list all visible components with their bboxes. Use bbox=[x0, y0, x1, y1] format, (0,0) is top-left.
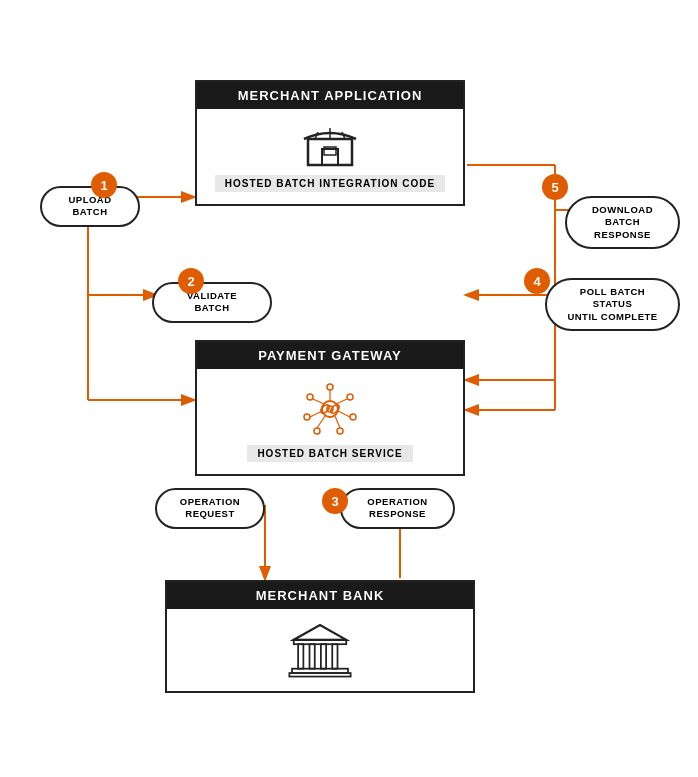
payment-gateway-content: HOSTED BATCH SERVICE bbox=[197, 369, 463, 474]
merchant-bank-title: MERCHANT BANK bbox=[167, 582, 473, 609]
svg-point-23 bbox=[327, 384, 333, 390]
gateway-icon bbox=[295, 379, 365, 439]
merchant-bank-box: MERCHANT BANK bbox=[165, 580, 475, 693]
merchant-app-title: MERCHANT APPLICATION bbox=[197, 82, 463, 109]
step-1-circle: 1 bbox=[91, 172, 117, 198]
svg-point-37 bbox=[319, 403, 330, 414]
svg-line-31 bbox=[336, 399, 347, 404]
svg-point-24 bbox=[347, 394, 353, 400]
svg-line-34 bbox=[317, 416, 325, 428]
svg-rect-41 bbox=[298, 644, 303, 669]
svg-rect-42 bbox=[310, 644, 315, 669]
payment-gateway-box: PAYMENT GATEWAY bbox=[195, 340, 465, 476]
merchant-app-content: HOSTED BATCH INTEGRATION CODE bbox=[197, 109, 463, 204]
poll-batch-pill: POLL BATCH STATUSUNTIL COMPLETE bbox=[545, 278, 680, 331]
svg-point-29 bbox=[307, 394, 313, 400]
merchant-app-label: HOSTED BATCH INTEGRATION CODE bbox=[215, 175, 445, 192]
svg-point-21 bbox=[322, 401, 338, 417]
operation-response-pill: OPERATIONRESPONSE bbox=[340, 488, 455, 529]
svg-point-26 bbox=[337, 428, 343, 434]
operation-request-pill: OPERATIONREQUEST bbox=[155, 488, 265, 529]
svg-rect-15 bbox=[308, 139, 352, 165]
svg-rect-44 bbox=[332, 644, 337, 669]
svg-point-38 bbox=[329, 403, 340, 414]
svg-point-27 bbox=[314, 428, 320, 434]
svg-rect-43 bbox=[321, 644, 326, 669]
svg-point-28 bbox=[304, 414, 310, 420]
step-3-circle: 3 bbox=[322, 488, 348, 514]
payment-gateway-label: HOSTED BATCH SERVICE bbox=[247, 445, 412, 462]
merchant-app-box: MERCHANT APPLICATION HOSTED BATCH INTEGR… bbox=[195, 80, 465, 206]
upload-batch-pill: UPLOAD BATCH bbox=[40, 186, 140, 227]
bank-icon bbox=[285, 619, 355, 679]
payment-gateway-title: PAYMENT GATEWAY bbox=[197, 342, 463, 369]
step-4-circle: 4 bbox=[524, 268, 550, 294]
step-2-circle: 2 bbox=[178, 268, 204, 294]
download-batch-pill: DOWNLOAD BATCHRESPONSE bbox=[565, 196, 680, 249]
svg-line-32 bbox=[338, 411, 350, 417]
svg-rect-46 bbox=[289, 673, 350, 677]
merchant-icon bbox=[300, 119, 360, 169]
diagram-container: MERCHANT APPLICATION HOSTED BATCH INTEGR… bbox=[0, 0, 698, 777]
step-5-circle: 5 bbox=[542, 174, 568, 200]
svg-marker-39 bbox=[294, 625, 347, 640]
validate-batch-pill: VALIDATE BATCH bbox=[152, 282, 272, 323]
svg-point-25 bbox=[350, 414, 356, 420]
svg-line-33 bbox=[335, 416, 340, 428]
svg-line-36 bbox=[313, 399, 324, 404]
merchant-bank-content bbox=[167, 609, 473, 691]
